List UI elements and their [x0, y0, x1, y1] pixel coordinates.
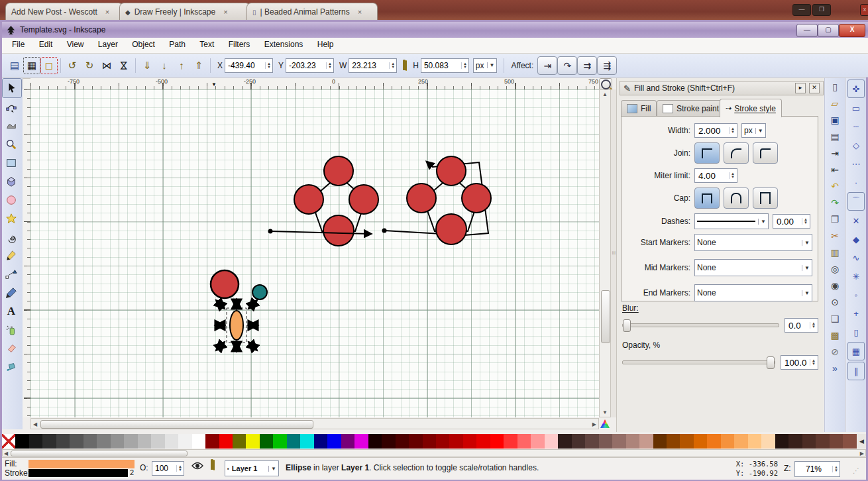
- palette-swatch[interactable]: [382, 434, 395, 449]
- unlink-clone-icon[interactable]: ⊘: [827, 344, 843, 360]
- snap-path-intersections-icon[interactable]: ✕: [848, 212, 864, 229]
- stroke-width-unit-dropdown[interactable]: px▼: [741, 123, 766, 138]
- browser-minimize-button[interactable]: —: [792, 4, 811, 16]
- panel-close-button[interactable]: ✕: [809, 83, 820, 93]
- opacity-slider[interactable]: [622, 360, 775, 364]
- w-spinner[interactable]: ▲▼: [389, 62, 395, 69]
- zoom-drawing-icon[interactable]: ◉: [827, 278, 843, 294]
- cap-round-button[interactable]: [724, 187, 749, 209]
- opacity-spinner[interactable]: ▲▼: [810, 359, 816, 366]
- palette-swatch[interactable]: [111, 434, 124, 449]
- palette-swatch[interactable]: [748, 434, 761, 449]
- palette-swatch[interactable]: [124, 434, 137, 449]
- snap-bbox-icon[interactable]: ▭: [848, 99, 864, 117]
- zoom-page-icon[interactable]: ⊙: [827, 294, 843, 310]
- units-dropdown[interactable]: px▼: [473, 58, 498, 73]
- palette-swatch[interactable]: [70, 434, 83, 449]
- copy-icon[interactable]: ❐: [827, 211, 843, 227]
- window-resize-grip[interactable]: ⋰: [853, 467, 860, 474]
- cap-butt-button[interactable]: [694, 187, 720, 209]
- menu-path[interactable]: Path: [163, 38, 191, 51]
- red-circle[interactable]: [324, 156, 353, 186]
- snap-page-border-icon[interactable]: ▯: [848, 323, 864, 341]
- import-icon[interactable]: ⇥: [827, 145, 843, 161]
- print-icon[interactable]: ▤: [827, 129, 843, 144]
- tab-fill[interactable]: Fill: [621, 100, 657, 117]
- affect-scale-stroke-icon[interactable]: ⇉: [577, 56, 597, 75]
- titlebar[interactable]: Template.svg - Inkscape — ▢ X: [2, 22, 868, 38]
- blur-slider[interactable]: [622, 323, 779, 327]
- palette-swatch[interactable]: [761, 434, 775, 449]
- menu-text[interactable]: Text: [193, 38, 220, 51]
- palette-swatch[interactable]: [626, 434, 639, 449]
- opacity-slider-thumb[interactable]: [767, 356, 775, 369]
- calligraphy-tool[interactable]: [2, 284, 21, 302]
- palette-swatch[interactable]: [830, 434, 843, 449]
- tweak-tool[interactable]: [2, 117, 21, 135]
- palette-swatch[interactable]: [151, 434, 164, 449]
- open-document-icon[interactable]: ▱: [827, 95, 843, 111]
- palette-swatch[interactable]: [558, 434, 571, 449]
- tab-close-icon[interactable]: ×: [105, 8, 109, 16]
- palette-swatch[interactable]: [219, 434, 233, 449]
- palette-swatch[interactable]: [639, 434, 653, 449]
- overflow-chevron[interactable]: »: [827, 360, 843, 376]
- palette-swatch[interactable]: [585, 434, 598, 449]
- mid-markers-dropdown[interactable]: None▼: [694, 259, 812, 276]
- palette-swatch[interactable]: [327, 434, 341, 449]
- rotate-cw-icon[interactable]: ↻: [81, 57, 98, 74]
- end-markers-dropdown[interactable]: None▼: [694, 284, 812, 301]
- palette-scroll-thumb[interactable]: [11, 451, 188, 456]
- tab-close-icon[interactable]: ×: [223, 8, 227, 16]
- color-managed-view-toggle[interactable]: [599, 418, 611, 429]
- stroke-indicator-swatch[interactable]: [28, 469, 128, 477]
- palette-swatch[interactable]: [572, 434, 585, 449]
- palette-swatch[interactable]: [775, 434, 788, 449]
- arrow-line-left[interactable]: [270, 231, 371, 234]
- rotate-ccw-icon[interactable]: ↺: [64, 57, 81, 74]
- palette-swatch[interactable]: [476, 434, 490, 449]
- affect-transform-gradients-icon[interactable]: ↷: [557, 56, 577, 75]
- start-markers-dropdown[interactable]: None▼: [694, 234, 812, 251]
- eraser-tool[interactable]: [2, 339, 21, 358]
- lower-to-bottom-icon[interactable]: ⇓: [138, 57, 156, 74]
- palette-swatch[interactable]: [653, 434, 667, 449]
- palette-swatch[interactable]: [15, 434, 28, 449]
- palette-swatch[interactable]: [97, 434, 110, 449]
- pencil-tool[interactable]: [2, 246, 21, 265]
- panel-titlebar[interactable]: ✎ Fill and Stroke (Shift+Ctrl+F) ▸ ✕: [620, 81, 824, 95]
- panel-expander-button[interactable]: ▸: [795, 83, 806, 93]
- snap-rotation-centers-icon[interactable]: +: [848, 305, 864, 322]
- save-icon[interactable]: ▣: [827, 112, 843, 128]
- palette-swatch[interactable]: [205, 434, 219, 449]
- ellipse-tool[interactable]: [2, 191, 21, 209]
- duplicate-icon[interactable]: ❑: [827, 311, 843, 327]
- deselect-button[interactable]: ◻: [40, 57, 58, 74]
- vscroll-thumb[interactable]: [601, 290, 610, 343]
- browser-tab-2[interactable]: ◆ Draw Freely | Inkscape ×: [119, 3, 250, 21]
- paint-bucket-tool[interactable]: [2, 358, 21, 376]
- palette-swatch[interactable]: [138, 434, 151, 449]
- blur-input[interactable]: [787, 320, 808, 331]
- palette-swatch[interactable]: [396, 434, 409, 449]
- vertical-scrollbar[interactable]: ▲ ▼: [599, 89, 611, 417]
- palette-swatch[interactable]: [260, 434, 273, 449]
- raise-to-top-icon[interactable]: ⇑: [190, 57, 207, 74]
- palette-swatch[interactable]: [42, 434, 56, 449]
- raise-one-step-icon[interactable]: ↑: [173, 57, 190, 74]
- cap-square-button[interactable]: [753, 187, 778, 209]
- snap-bbox-edges-icon[interactable]: ┄: [848, 118, 864, 135]
- palette-scroll-left[interactable]: ◀: [4, 451, 8, 456]
- palette-swatch[interactable]: [816, 434, 829, 449]
- palette-swatch[interactable]: [707, 434, 720, 449]
- tab-stroke-style[interactable]: ⇢ Stroke style: [720, 99, 782, 117]
- hscroll-thumb[interactable]: [40, 420, 313, 429]
- browser-tab-3[interactable]: ▯ | Beaded Animal Patterns ×: [246, 3, 378, 21]
- snap-enable-icon[interactable]: ✜: [847, 80, 865, 98]
- palette-swatch[interactable]: [436, 434, 449, 449]
- browser-restore-button[interactable]: ❐: [812, 4, 831, 16]
- palette-swatch[interactable]: [29, 434, 42, 449]
- zoom-spinner[interactable]: ▲▼: [832, 466, 838, 472]
- red-circle[interactable]: [294, 185, 323, 214]
- rectangle-tool[interactable]: [2, 154, 21, 172]
